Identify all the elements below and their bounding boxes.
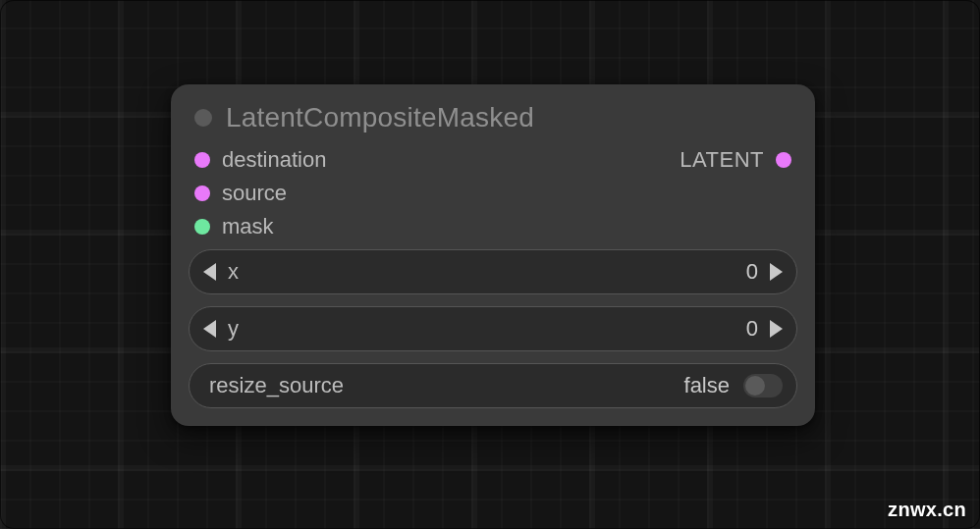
chevron-left-icon[interactable]: [203, 263, 216, 281]
input-label-destination: destination: [222, 147, 326, 173]
node-title: LatentCompositeMasked: [226, 102, 534, 133]
widget-y-value[interactable]: 0: [746, 316, 758, 342]
widget-x-value[interactable]: 0: [746, 259, 758, 285]
node-widgets: x 0 y 0 resize_source false: [171, 243, 815, 408]
io-row-source: source: [171, 177, 815, 210]
widget-y-label: y: [228, 316, 239, 342]
node-latent-composite-masked[interactable]: LatentCompositeMasked destination LATENT…: [171, 84, 815, 426]
widget-x-label: x: [228, 259, 239, 285]
watermark-text: znwx.cn: [888, 499, 966, 521]
collapse-dot-icon[interactable]: [194, 109, 212, 127]
widget-y[interactable]: y 0: [189, 306, 797, 351]
input-port-destination[interactable]: [194, 152, 210, 168]
input-label-mask: mask: [222, 214, 274, 239]
io-row-mask: mask: [171, 210, 815, 243]
node-header[interactable]: LatentCompositeMasked: [171, 84, 815, 143]
toggle-resize-source[interactable]: [743, 374, 783, 397]
chevron-right-icon[interactable]: [770, 320, 783, 338]
widget-resize-source-label: resize_source: [209, 373, 344, 398]
widget-resize-source-value: false: [684, 373, 730, 398]
input-port-source[interactable]: [194, 185, 210, 201]
output-port-latent[interactable]: [776, 152, 791, 168]
io-row-destination: destination LATENT: [171, 143, 815, 177]
widget-x[interactable]: x 0: [189, 249, 797, 294]
chevron-left-icon[interactable]: [203, 320, 216, 338]
input-label-source: source: [222, 181, 287, 206]
output-label-latent: LATENT: [680, 147, 764, 173]
input-port-mask[interactable]: [194, 219, 210, 235]
chevron-right-icon[interactable]: [770, 263, 783, 281]
toggle-knob-icon: [745, 376, 765, 396]
widget-resize-source[interactable]: resize_source false: [189, 363, 797, 408]
